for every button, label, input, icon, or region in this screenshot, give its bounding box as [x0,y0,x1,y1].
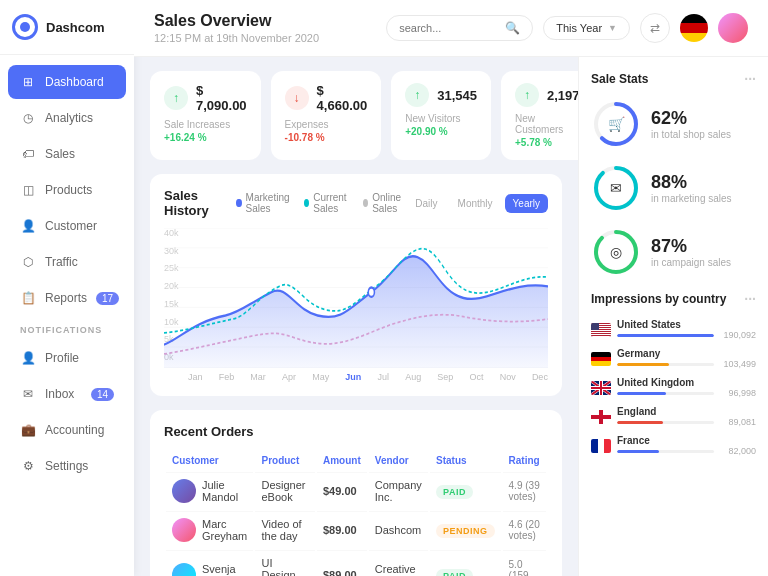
sidebar-label-products: Products [45,183,92,197]
country-bar-bg [617,363,714,366]
x-label-nov: Nov [500,372,516,382]
country-info: United States 190,092 [617,319,756,340]
country-item: United States 190,092 [591,319,756,340]
order-amount: $49.00 [317,472,367,509]
chart-legend: Marketing Sales Current Sales Online Sal… [236,192,407,214]
country-name: France [617,435,756,446]
sidebar-item-traffic[interactable]: ⬡ Traffic [8,245,126,279]
sidebar-label-inbox: Inbox [45,387,74,401]
country-count: 96,998 [718,388,756,398]
tab-monthly[interactable]: Monthly [450,194,501,213]
circle-icon: ◎ [610,244,622,260]
stat-circle-label: in campaign sales [651,257,731,268]
refresh-button[interactable]: ⇄ [640,13,670,43]
order-rating: 4.6 (20 votes) [503,511,546,548]
search-input[interactable] [399,22,499,34]
order-status: PAID [430,550,501,576]
customer-avatar [172,563,196,576]
stat-arrow-0: ↑ [164,86,188,110]
sidebar-item-settings[interactable]: ⚙ Settings [8,449,126,483]
x-label-jul: Jul [378,372,390,382]
header: Sales Overview 12:15 PM at 19th November… [134,0,768,57]
sidebar-item-dashboard[interactable]: ⊞ Dashboard [8,65,126,99]
right-panel: Sale Stats ··· 🛒 62% in total shop sales… [578,57,768,576]
order-rating: 4.9 (39 votes) [503,472,546,509]
country-name: United Kingdom [617,377,756,388]
circle-icon: 🛒 [608,116,625,132]
sidebar-label-traffic: Traffic [45,255,78,269]
search-box[interactable]: 🔍 [386,15,533,41]
impressions-section: Impressions by country ··· United States… [591,291,756,456]
stat-change-1: -10.78 % [285,132,368,143]
year-select[interactable]: This Year ▼ [543,16,630,40]
sidebar-item-profile[interactable]: 👤 Profile [8,341,126,375]
page-subtitle: 12:15 PM at 19th November 2020 [154,32,319,44]
col-status: Status [430,451,501,470]
user-avatar[interactable] [718,13,748,43]
sidebar-item-customer[interactable]: 👤 Customer [8,209,126,243]
customer-icon: 👤 [20,218,36,234]
refresh-icon: ⇄ [650,21,660,35]
stat-arrow-3: ↑ [515,83,539,107]
orders-table: Customer Product Amount Vendor Status Ra… [164,449,548,576]
impressions-menu[interactable]: ··· [744,291,756,307]
country-bar-fill [617,450,659,453]
country-item: United Kingdom 96,998 [591,377,756,398]
svg-rect-20 [591,332,611,333]
customer-avatar [172,518,196,542]
svg-rect-19 [591,330,611,331]
chart-body: 40k 30k 25k 20k 15k 10k 5k 0k [164,228,548,382]
dashboard-icon: ⊞ [20,74,36,90]
stat-circle-label: in marketing sales [651,193,732,204]
country-count: 89,081 [718,417,756,427]
logo: Dashcom [0,0,134,55]
tab-yearly[interactable]: Yearly [505,194,548,213]
sidebar-item-inbox[interactable]: ✉ Inbox 14 [8,377,126,411]
country-flag [591,381,611,395]
circle-icon: ✉ [610,180,622,196]
language-flag[interactable] [680,14,708,42]
tab-daily[interactable]: Daily [407,194,445,213]
content-area: ↑ $ 7,090.00 Sale Increases +16.24 % ↓ $… [134,57,768,576]
x-label-oct: Oct [470,372,484,382]
legend-label-marketing: Marketing Sales [246,192,293,214]
year-select-label: This Year [556,22,602,34]
x-label-jan: Jan [188,372,203,382]
sidebar-item-analytics[interactable]: ◷ Analytics [8,101,126,135]
products-icon: ◫ [20,182,36,198]
stat-circle-info: 88% in marketing sales [651,172,732,204]
country-flag [591,439,611,453]
stat-card-1: ↓ $ 4,660.00 Expenses -10.78 % [271,71,382,160]
stat-circle-pct: 87% [651,236,731,257]
chart-inner: Jan Feb Mar Apr May Jun Jul Aug Sep Oct … [164,228,548,382]
stat-change-3: +5.78 % [515,137,578,148]
sidebar-item-reports[interactable]: 📋 Reports 17 [8,281,126,315]
chart-svg [164,228,548,368]
customer-avatar [172,479,196,503]
stat-label-3: New Customers [515,113,578,135]
sidebar-item-sales[interactable]: 🏷 Sales [8,137,126,171]
sale-stats-menu[interactable]: ··· [744,71,756,87]
notifications-section-title: NOTIFICATIONS [0,317,134,339]
country-name: United States [617,319,756,330]
x-label-may: May [312,372,329,382]
circle-container: ◎ [591,227,641,277]
sidebar-item-accounting[interactable]: 💼 Accounting [8,413,126,447]
svg-rect-22 [591,336,611,337]
country-bar-bg [617,421,714,424]
sales-icon: 🏷 [20,146,36,162]
sidebar-item-products[interactable]: ◫ Products [8,173,126,207]
svg-rect-21 [591,334,611,335]
country-bar-fill [617,421,663,424]
order-rating: 5.0 (159 votes) [503,550,546,576]
country-bar-fill [617,392,666,395]
stat-circle-label: in total shop sales [651,129,731,140]
sidebar-label-sales: Sales [45,147,75,161]
order-status: PENDING [430,511,501,548]
main-content: Sales Overview 12:15 PM at 19th November… [134,0,768,576]
stat-value-1: $ 4,660.00 [317,83,368,113]
impressions-label: Impressions by country [591,292,726,306]
stat-circle-item: ◎ 87% in campaign sales [591,227,756,277]
svg-rect-26 [591,361,611,366]
col-rating: Rating [503,451,546,470]
